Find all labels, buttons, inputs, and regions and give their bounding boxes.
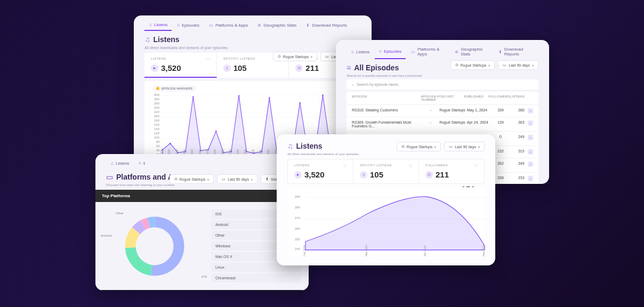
show-select[interactable]: ⊙Rogue Startups▾ — [170, 174, 214, 184]
svg-text:May 2024: May 2024 — [482, 245, 485, 256]
range-select[interactable]: ▭Last 90 days▾ — [444, 142, 485, 151]
platforms-donut-chart — [123, 214, 187, 278]
row-action-icon[interactable]: › — [528, 108, 533, 114]
svg-point-26 — [215, 131, 217, 132]
svg-text:180: 180 — [154, 119, 160, 122]
tab-listens[interactable]: ♫Listens — [144, 20, 172, 31]
svg-text:260: 260 — [295, 227, 301, 230]
user-icon: ☺ — [295, 64, 303, 72]
spotify-icon: ♪ — [223, 64, 231, 72]
range-select[interactable]: ▭Last 90 days▾ — [498, 60, 538, 70]
info-icon: ⓘ — [206, 57, 210, 62]
svg-text:Feb 2024: Feb 2024 — [303, 245, 306, 256]
show-select[interactable]: ⊙Rogue Startups▾ — [397, 142, 441, 151]
svg-text:160: 160 — [154, 123, 160, 126]
tab-geo[interactable]: ⊕Geographic Stats — [253, 20, 301, 31]
svg-text:300: 300 — [154, 93, 160, 96]
svg-text:100: 100 — [154, 136, 160, 139]
stat-spotify[interactable]: SPOTIFY LISTENSⓘ♪105 — [353, 159, 419, 183]
svg-text:290: 290 — [295, 195, 301, 198]
calendar-icon: ▭ — [325, 54, 329, 59]
stat-listens[interactable]: LISTENSⓘ▸3,520 — [288, 159, 353, 183]
headphones-icon: ♫ — [144, 35, 150, 44]
show-select[interactable]: ⊙Rogue Startups▾ — [450, 60, 495, 70]
section-top-apps: Top Apps — [95, 290, 309, 290]
svg-text:200: 200 — [154, 115, 160, 118]
tab-listens[interactable]: ♫Listens — [347, 44, 374, 59]
tab-episodes[interactable]: ≡E — [134, 158, 145, 168]
play-icon: ▸ — [151, 64, 158, 72]
svg-text:80: 80 — [156, 140, 160, 143]
svg-text:260: 260 — [154, 102, 160, 105]
svg-text:240: 240 — [295, 247, 301, 251]
episode-markers-toggle[interactable]: EPISODE MARKERS — [152, 85, 197, 92]
tab-platforms[interactable]: ▭Platforms & Apps — [407, 44, 449, 59]
svg-text:120: 120 — [154, 132, 160, 135]
svg-point-23 — [192, 96, 194, 98]
table-row[interactable]: RS310: Stealing Customers-Rogue Startups… — [347, 105, 538, 117]
platform-item[interactable]: Chromecast — [211, 273, 301, 282]
podcast-icon: ⊙ — [278, 54, 281, 59]
svg-text:280: 280 — [295, 206, 301, 209]
page-title: ♫Listens — [287, 142, 323, 150]
row-action-icon[interactable]: › — [528, 135, 533, 140]
svg-text:250: 250 — [295, 238, 301, 241]
list-icon: ≡ — [177, 23, 180, 28]
row-action-icon[interactable]: › — [528, 149, 533, 155]
table-header: EPISODEEPISODE NUMBERPODCASTPUBLISHEDFOL… — [347, 92, 538, 105]
row-action-icon[interactable]: › — [528, 120, 533, 126]
tab-listens[interactable]: ♫Listens — [106, 158, 133, 168]
svg-point-29 — [238, 95, 240, 97]
svg-point-40 — [322, 94, 324, 96]
tab-download[interactable]: ⬇Download Reports — [302, 20, 351, 31]
svg-point-37 — [299, 102, 301, 104]
search-icon: ⌕ — [352, 83, 354, 86]
svg-point-20 — [170, 143, 171, 144]
stat-followers[interactable]: FOLLOWERSⓘ☺211 — [419, 159, 484, 183]
tab-episodes[interactable]: ≡Episodes — [173, 20, 204, 31]
svg-text:280: 280 — [154, 98, 160, 101]
headphones-icon: ♫ — [149, 22, 152, 27]
row-action-icon[interactable]: › — [528, 176, 533, 181]
episode-search-input[interactable]: ⌕Search by episode name... — [347, 79, 538, 90]
range-select[interactable]: ▭Last 90 days▾ — [217, 174, 257, 184]
svg-text:60: 60 — [156, 144, 160, 148]
svg-text:Mar 2024: Mar 2024 — [365, 245, 368, 256]
row-action-icon[interactable]: › — [528, 161, 533, 167]
table-row[interactable]: RS309: Growth Fundamentals Most Founders… — [347, 117, 538, 132]
download-icon: ⬇ — [306, 23, 310, 28]
page-title: ≡All Episodes — [347, 63, 399, 72]
globe-icon: ⊕ — [257, 23, 261, 28]
tab-download[interactable]: ⬇Download Reports — [494, 44, 538, 59]
show-select[interactable]: ⊙Rogue Startups▾ — [273, 52, 318, 61]
svg-text:270: 270 — [295, 216, 301, 220]
device-icon: ▭ — [209, 23, 213, 28]
followers-area-chart: 290280270260250240 Feb 2024 Mar 2024 Apr… — [293, 192, 492, 257]
svg-text:240: 240 — [154, 106, 160, 109]
svg-text:220: 220 — [154, 110, 160, 114]
tab-episodes[interactable]: ≡Episodes — [375, 44, 406, 59]
stat-listens[interactable]: LISTENSⓘ ▸3,520 — [144, 53, 217, 78]
tab-platforms[interactable]: ▭Platforms & Apps — [205, 20, 252, 31]
svg-text:Apr 2024: Apr 2024 — [423, 245, 426, 256]
page-title: ♫Listens — [144, 35, 180, 44]
svg-point-33 — [269, 97, 270, 99]
tab-geo[interactable]: ⊕Geographic Stats — [450, 44, 493, 59]
svg-text:140: 140 — [154, 127, 160, 131]
